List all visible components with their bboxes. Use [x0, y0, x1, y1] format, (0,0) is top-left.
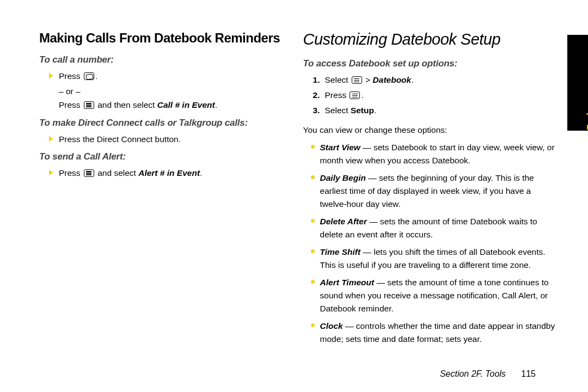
text-period: . [374, 106, 376, 115]
menu-key-icon [84, 101, 94, 109]
opt-time-shift: Time Shift — lets you shift the times of… [311, 246, 559, 272]
subhead-access-setup: To access Datebook set up options: [303, 58, 559, 69]
right-column: Customizing Datebook Setup To access Dat… [303, 30, 559, 350]
text-and-select: and select [95, 168, 138, 177]
left-column: Making Calls From Datebook Reminders To … [39, 30, 281, 350]
left-heading: Making Calls From Datebook Reminders [39, 30, 281, 46]
opt-title: Daily Begin [320, 173, 366, 182]
step-direct-connect: Press the Direct Connect button. [49, 133, 281, 146]
bullet-disc-icon [311, 249, 315, 253]
step-text: Press and select Alert # in Event. [59, 167, 202, 180]
opt-title: Alert Timeout [320, 278, 375, 287]
opt-text: Alert Timeout — sets the amount of time … [320, 276, 559, 315]
step-text: Select Setup. [325, 104, 377, 117]
subhead-call-number: To call a number: [39, 54, 281, 65]
text-period3: . [200, 168, 202, 177]
phone-key-icon [84, 72, 94, 80]
text-period: . [95, 71, 97, 81]
subhead-call-alert: To send a Call Alert: [39, 151, 281, 162]
opt-title: Clock [320, 321, 343, 330]
text-press3: Press [59, 168, 83, 177]
text-period: . [411, 75, 413, 84]
opt-title: Time Shift [320, 247, 361, 256]
right-heading: Customizing Datebook Setup [303, 30, 559, 48]
ordered-steps: 1. Select > Datebook. 2. Press . 3. Sele… [313, 74, 559, 117]
text-press: Press [59, 71, 83, 81]
step-text: Press the Direct Connect button. [59, 133, 181, 146]
em-alert-in-event: Alert # in Event [138, 168, 200, 177]
columns: Making Calls From Datebook Reminders To … [39, 30, 559, 350]
opt-daily-begin: Daily Begin — sets the beginning of your… [311, 171, 559, 211]
text-select: Select [325, 75, 351, 84]
text-then-select: and then select [95, 100, 157, 109]
bullet-disc-icon [311, 145, 315, 149]
step-3: 3. Select Setup. [313, 104, 559, 117]
opt-text: Clock — controls whether the time and da… [320, 320, 559, 346]
text-period2: . [215, 100, 217, 109]
bullet-triangle-icon [49, 136, 53, 142]
step-number: 3. [313, 104, 325, 117]
text-gt: > [363, 75, 373, 84]
opt-text: Delete After — sets the amount of time D… [320, 215, 559, 241]
side-tab-label: Tools [585, 109, 588, 130]
opt-text: Daily Begin — sets the beginning of your… [320, 171, 559, 211]
menu-key-icon [352, 76, 362, 84]
page-footer: Section 2F. Tools 115 [440, 369, 536, 379]
opt-text: Start View — sets Datebook to start in d… [320, 141, 559, 167]
bullet-triangle-icon [49, 170, 53, 175]
step-text: Press . [325, 89, 364, 102]
opt-text: Time Shift — lets you shift the times of… [320, 246, 559, 272]
step-1: 1. Select > Datebook. [313, 74, 559, 87]
opt-desc: — controls whether the time and date app… [320, 321, 555, 344]
opt-clock: Clock — controls whether the time and da… [311, 320, 559, 346]
bullet-disc-icon [311, 280, 315, 284]
opt-start-view: Start View — sets Datebook to start in d… [311, 141, 559, 167]
or-divider: – or – [59, 85, 281, 99]
menu-key-icon [350, 91, 360, 99]
step-call-alert: Press and select Alert # in Event. [49, 167, 281, 180]
text-press2: Press [59, 100, 83, 109]
step-2: 2. Press . [313, 89, 559, 102]
bullet-disc-icon [311, 175, 315, 179]
step-number: 1. [313, 74, 325, 87]
page-number: 115 [521, 369, 536, 378]
subhead-direct-connect: To make Direct Connect calls or Talkgrou… [39, 118, 281, 128]
bullet-disc-icon [311, 219, 315, 223]
section-label: Section 2F. Tools [440, 369, 506, 378]
opt-alert-timeout: Alert Timeout — sets the amount of time … [311, 276, 559, 315]
step-text: Press . [59, 70, 97, 83]
opt-title: Delete After [320, 217, 367, 226]
page: Tools Making Calls From Datebook Reminde… [0, 0, 588, 392]
options-intro: You can view or change these options: [303, 124, 559, 137]
opt-delete-after: Delete After — sets the amount of time D… [311, 215, 559, 241]
step-number: 2. [313, 89, 325, 102]
step-text: Select > Datebook. [325, 74, 414, 87]
bullet-triangle-icon [49, 73, 53, 78]
bullet-disc-icon [311, 323, 315, 327]
text-press: Press [325, 90, 349, 100]
step-call-press: Press . [49, 70, 281, 83]
bold-setup: Setup [351, 106, 374, 115]
menu-key-icon [84, 169, 94, 177]
em-call-in-event: Call # in Event [157, 100, 215, 109]
opt-title: Start View [320, 143, 360, 152]
step-call-menu: Press and then select Call # in Event. [59, 99, 281, 112]
text-period: . [361, 90, 363, 100]
em-datebook: Datebook [373, 75, 412, 84]
text-select: Select [325, 106, 351, 115]
